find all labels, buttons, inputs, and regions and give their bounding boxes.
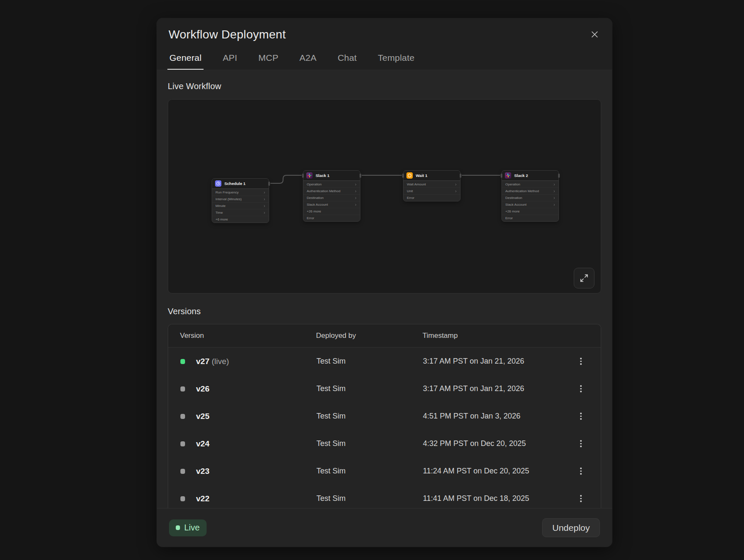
node-field: +6 more [212, 216, 269, 223]
modal-title: Workflow Deployment [169, 28, 286, 41]
node-title: Wait 1 [416, 173, 428, 178]
version-menu-button[interactable] [575, 466, 586, 477]
node-handle-right[interactable] [268, 182, 270, 186]
expand-workflow-button[interactable] [574, 268, 594, 288]
workflow-node-wait-1[interactable]: Wait 1Wait AmountUnitError [403, 170, 461, 201]
workflow-node-slack-1[interactable]: Slack 1OperationAuthentication MethodDes… [303, 170, 360, 222]
version-row-v25: v25Test Sim4:51 PM PST on Jan 3, 2026 [168, 402, 601, 430]
tab-mcp[interactable]: MCP [258, 53, 279, 70]
node-handle-right[interactable] [360, 174, 361, 178]
live-workflow-heading: Live Workflow [168, 81, 601, 92]
node-handle-left[interactable] [501, 174, 502, 178]
node-field: Error [403, 194, 460, 201]
version-menu-button[interactable] [575, 411, 586, 422]
chevron-right-icon [553, 190, 555, 193]
version-name: v26 [196, 384, 316, 394]
node-header: Schedule 1 [212, 179, 269, 189]
chevron-right-icon [553, 183, 555, 186]
slack-logo-icon [306, 172, 313, 179]
version-row-v27: v27 (live)Test Sim3:17 AM PST on Jan 21,… [168, 348, 601, 375]
chevron-right-icon [355, 204, 357, 206]
tab-a2a[interactable]: A2A [299, 53, 317, 70]
node-field: Interval (Minutes) [212, 196, 269, 202]
tab-api[interactable]: API [222, 53, 238, 70]
chevron-right-icon [455, 183, 457, 186]
node-header: Slack 2 [502, 171, 559, 181]
node-header: Slack 1 [303, 171, 360, 181]
version-deployed-by: Test Sim [316, 384, 423, 393]
expand-icon [580, 274, 589, 283]
version-menu-button[interactable] [575, 493, 586, 504]
version-name: v27 (live) [196, 357, 316, 366]
workflow-canvas[interactable]: Schedule 1Run FrequencyInterval (Minutes… [168, 99, 601, 294]
version-status-dot [180, 441, 185, 446]
wait-clock-icon [406, 172, 413, 179]
node-field: Operation [502, 181, 559, 188]
modal-content: Live Workflow Schedule 1Run FrequencyInt… [157, 70, 612, 508]
node-field: Minute [212, 202, 269, 209]
version-menu-button[interactable] [575, 356, 586, 367]
node-field: Operation [303, 181, 360, 188]
version-timestamp: 3:17 AM PST on Jan 21, 2026 [423, 384, 575, 393]
version-timestamp: 3:17 AM PST on Jan 21, 2026 [423, 357, 575, 366]
tab-bar: GeneralAPIMCPA2AChatTemplate [169, 53, 600, 70]
versions-heading: Versions [168, 306, 601, 317]
schedule-clock-icon [215, 180, 221, 187]
node-handle-left[interactable] [402, 174, 404, 178]
version-row-v22: v22Test Sim11:41 AM PST on Dec 18, 2025 [168, 485, 601, 508]
chevron-right-icon [264, 212, 265, 214]
version-status-dot [180, 359, 185, 364]
node-handle-right[interactable] [460, 174, 461, 178]
undeploy-button[interactable]: Undeploy [542, 518, 600, 537]
tab-general[interactable]: General [169, 53, 202, 70]
version-name: v25 [196, 412, 316, 421]
workflow-node-schedule-1[interactable]: Schedule 1Run FrequencyInterval (Minutes… [212, 178, 269, 223]
version-timestamp: 4:51 PM PST on Jan 3, 2026 [423, 412, 575, 421]
live-status-badge: Live [169, 519, 207, 536]
column-header-deployed-by: Deployed by [316, 332, 422, 340]
version-status-dot [180, 414, 185, 419]
version-name: v22 [196, 494, 316, 503]
version-menu-button[interactable] [575, 383, 586, 394]
live-status-dot [176, 525, 180, 530]
version-name: v24 [196, 439, 316, 449]
version-row-v24: v24Test Sim4:32 PM PST on Dec 20, 2025 [168, 430, 601, 457]
version-name: v23 [196, 467, 316, 476]
close-button[interactable] [589, 29, 600, 40]
node-field: Unit [403, 188, 460, 194]
tab-template[interactable]: Template [377, 53, 415, 70]
version-timestamp: 4:32 PM PST on Dec 20, 2025 [423, 439, 575, 448]
chevron-right-icon [553, 204, 555, 206]
modal-footer: Live Undeploy [157, 508, 612, 547]
versions-table-header: Version Deployed by Timestamp [168, 324, 601, 348]
chevron-right-icon [264, 205, 265, 207]
chevron-right-icon [455, 190, 457, 193]
node-field: Slack Account [502, 201, 559, 208]
chevron-right-icon [553, 197, 555, 199]
slack-logo-icon [505, 172, 511, 179]
node-field: +26 more [502, 208, 559, 215]
column-header-timestamp: Timestamp [422, 332, 458, 340]
column-header-version: Version [180, 332, 316, 340]
node-title: Slack 1 [316, 173, 330, 178]
node-handle-left[interactable] [302, 174, 304, 178]
node-field: Destination [303, 194, 360, 201]
node-field: Authentication Method [502, 188, 559, 194]
tab-chat[interactable]: Chat [337, 53, 357, 70]
workflow-deployment-modal: Workflow Deployment GeneralAPIMCPA2AChat… [157, 18, 612, 547]
node-field: Wait Amount [403, 181, 460, 188]
version-menu-button[interactable] [575, 438, 586, 449]
live-status-label: Live [184, 523, 200, 533]
version-timestamp: 11:24 AM PST on Dec 20, 2025 [423, 467, 575, 476]
version-deployed-by: Test Sim [316, 494, 423, 503]
node-field: Slack Account [303, 201, 360, 208]
chevron-right-icon [264, 198, 265, 201]
node-title: Slack 2 [514, 173, 528, 178]
chevron-right-icon [355, 190, 357, 193]
version-status-dot [180, 469, 185, 474]
workflow-node-slack-2[interactable]: Slack 2OperationAuthentication MethodDes… [501, 170, 559, 222]
chevron-right-icon [355, 197, 357, 199]
close-icon [589, 29, 600, 40]
node-handle-right[interactable] [558, 174, 560, 178]
version-row-v26: v26Test Sim3:17 AM PST on Jan 21, 2026 [168, 375, 601, 402]
